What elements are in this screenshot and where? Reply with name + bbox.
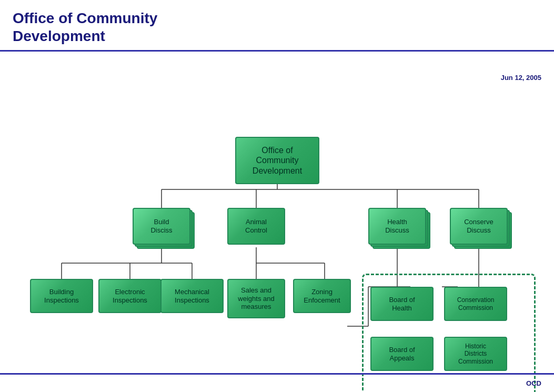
- footer: OCD: [0, 373, 554, 392]
- sales-weights-node: Sales andweights andmeasures: [227, 279, 285, 318]
- page-title: Office of Community Development: [13, 9, 541, 45]
- animal-control-node: AnimalControl: [227, 208, 285, 245]
- header: Office of Community Development: [0, 0, 554, 52]
- board-health-node: Board ofHealth: [370, 287, 434, 321]
- conservation-commission-node: ConservationCommission: [444, 287, 507, 321]
- zoning-node: ZoningEnfocement: [293, 279, 351, 313]
- footer-label: OCD: [526, 379, 541, 387]
- electronic-inspections-node: ElectronicInspections: [98, 279, 162, 313]
- historic-districts-node: HistoricDistrictsCommission: [444, 337, 507, 371]
- building-inspections-node: BuildingInspections: [30, 279, 93, 313]
- mechanical-inspections-node: MechanicalInspections: [160, 279, 224, 313]
- board-appeals-node: Board ofAppeals: [370, 337, 434, 371]
- org-chart: Office ofCommunityDevelopment BuildDisci…: [0, 68, 554, 374]
- root-node: Office ofCommunityDevelopment: [235, 137, 319, 184]
